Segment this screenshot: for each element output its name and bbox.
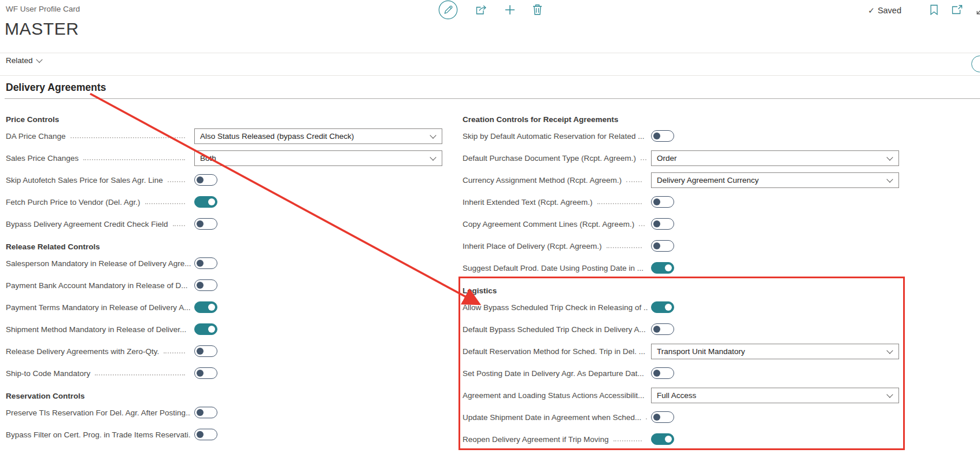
field-row: Copy Agreement Comment Lines (Rcpt. Agre… — [463, 213, 897, 235]
field-label: Default Reservation Method for Sched. Tr… — [463, 347, 645, 356]
field-row: Currency Assignment Method (Rcpt. Agreem… — [463, 169, 897, 191]
share-button[interactable] — [475, 4, 487, 17]
dotted-leader — [173, 225, 185, 226]
toggle-fetch-purch-price-to-vendor-del-agr[interactable] — [194, 196, 217, 208]
help-circle-icon-partial[interactable] — [971, 56, 980, 72]
group-header-logistics: Logistics — [463, 279, 897, 296]
field-label: Update Shipment Date in Agreement when S… — [463, 413, 641, 422]
group-header-release-related-controls: Release Related Controls — [6, 235, 442, 252]
toggle-set-posting-date-in-delivery-agr-as-departure-dat[interactable] — [651, 367, 674, 379]
field-label: Suggest Default Prod. Date Using Posting… — [463, 264, 644, 272]
dotted-leader — [168, 181, 185, 182]
toggle-payment-bank-account-mandatory-in-release-of-d[interactable] — [194, 279, 217, 291]
toggle-skip-by-default-automatic-reservation-for-related[interactable] — [651, 130, 674, 142]
field-label: Payment Terms Mandatory in Release of De… — [6, 303, 190, 312]
select-da-price-change[interactable]: Also Status Released (bypass Credit Chec… — [194, 128, 442, 144]
select-currency-assignment-method-rcpt-agreem[interactable]: Delivery Agreement Currency — [651, 172, 899, 188]
delete-button[interactable] — [532, 4, 542, 17]
field-label: Inherit Place of Delivery (Rcpt. Agreem.… — [463, 242, 602, 251]
field-row: Ship-to Code Mandatory — [6, 362, 442, 384]
field-row: Release Delivery Agreements with Zero-Qt… — [6, 340, 442, 362]
check-icon: ✓ — [868, 6, 875, 15]
dotted-leader — [613, 440, 642, 441]
dotted-leader — [641, 159, 646, 160]
toggle-allow-bypass-scheduled-trip-check-in-releasing-of[interactable] — [651, 301, 674, 313]
page-title: MASTER — [5, 19, 79, 39]
toggle-default-bypass-scheduled-trip-check-in-delivery-a[interactable] — [651, 323, 674, 335]
toggle-knob — [653, 414, 660, 421]
field-label: Fetch Purch Price to Vendor (Del. Agr.) — [6, 198, 140, 207]
group-header-price-controls: Price Controls — [6, 108, 442, 125]
field-row: Payment Bank Account Mandatory in Releas… — [6, 274, 442, 296]
toggle-knob — [653, 220, 660, 227]
toggle-bypass-delivery-agreement-credit-check-field[interactable] — [194, 218, 217, 230]
field-labelwrap: Bypass Filter on Cert. Prog. in Trade It… — [6, 430, 191, 439]
select-sales-price-changes[interactable]: Both — [194, 150, 442, 166]
field-labelwrap: Skip Autofetch Sales Price for Sales Agr… — [6, 176, 191, 185]
bookmark-button[interactable] — [930, 5, 938, 17]
field-label: DA Price Change — [6, 132, 66, 141]
select-agreement-and-loading-status-actions-accessibilit[interactable]: Full Access — [651, 388, 899, 403]
share-icon — [475, 4, 487, 17]
field-label: Preserve TIs Reservation For Del. Agr. A… — [6, 408, 191, 417]
chevron-down-icon — [430, 154, 436, 160]
toggle-payment-terms-mandatory-in-release-of-delivery-a[interactable] — [194, 301, 217, 313]
toggle-knob — [208, 326, 215, 333]
field-row: Bypass Filter on Cert. Prog. in Trade It… — [6, 423, 442, 445]
field-row: Set Posting Date in Delivery Agr. As Dep… — [463, 362, 897, 384]
toggle-preserve-tis-reservation-for-del-agr-after-posting[interactable] — [194, 407, 217, 418]
open-new-window-button[interactable] — [952, 5, 963, 16]
toggle-inherit-extended-text-rcpt-agreem[interactable] — [651, 196, 674, 208]
toggle-update-shipment-date-in-agreement-when-sched[interactable] — [651, 411, 674, 423]
select-default-reservation-method-for-sched-trip-in-del[interactable]: Transport Unit Mandatory — [651, 344, 899, 359]
breadcrumb[interactable]: WF User Profile Card — [6, 5, 80, 13]
dotted-leader — [626, 181, 642, 182]
field-label: Skip by Default Automatic Reservation fo… — [463, 132, 644, 141]
select-default-purchase-document-type-rcpt-agreem[interactable]: Order — [651, 150, 899, 166]
add-button[interactable] — [505, 5, 515, 17]
section-title-delivery-agreements[interactable]: Delivery Agreements — [6, 82, 106, 94]
toggle-bypass-filter-on-cert-prog-in-trade-items-reservati[interactable] — [194, 429, 217, 440]
toggle-ship-to-code-mandatory[interactable] — [194, 367, 217, 379]
field-label: Reopen Delivery Agreement if Trip Moving — [463, 435, 609, 444]
chevron-down-icon — [886, 154, 893, 160]
field-labelwrap: Salesperson Mandatory in Release of Deli… — [6, 259, 191, 268]
field-row: Skip by Default Automatic Reservation fo… — [463, 125, 897, 147]
toggle-shipment-method-mandatory-in-release-of-deliver[interactable] — [194, 323, 217, 335]
edit-button[interactable] — [438, 0, 458, 21]
toggle-knob — [197, 370, 204, 377]
toggle-copy-agreement-comment-lines-rcpt-agreem[interactable] — [651, 218, 674, 230]
select-value: Transport Unit Mandatory — [657, 347, 887, 356]
field-label: Set Posting Date in Delivery Agr. As Dep… — [463, 369, 644, 378]
field-row: Reopen Delivery Agreement if Trip Moving — [463, 428, 897, 450]
toggle-skip-autofetch-sales-price-for-sales-agr-line[interactable] — [194, 174, 217, 186]
field-labelwrap: Allow Bypass Scheduled Trip Check in Rel… — [463, 303, 648, 312]
expand-button[interactable] — [977, 5, 980, 16]
field-labelwrap: Preserve TIs Reservation For Del. Agr. A… — [6, 408, 191, 417]
field-labelwrap: Inherit Place of Delivery (Rcpt. Agreem.… — [463, 242, 648, 251]
group-header-creation-controls-for-receipt-agreements: Creation Controls for Receipt Agreements — [463, 108, 897, 125]
toggle-suggest-default-prod-date-using-posting-date-in[interactable] — [651, 262, 674, 274]
field-label: Default Purchase Document Type (Rcpt. Ag… — [463, 154, 636, 163]
toggle-salesperson-mandatory-in-release-of-delivery-agre[interactable] — [194, 257, 217, 269]
field-label: Bypass Delivery Agreement Credit Check F… — [6, 220, 168, 229]
edit-icon — [438, 0, 458, 21]
field-labelwrap: Payment Terms Mandatory in Release of De… — [6, 303, 191, 312]
toggle-knob — [653, 370, 660, 377]
action-toolbar — [438, 0, 542, 21]
field-labelwrap: Release Delivery Agreements with Zero-Qt… — [6, 347, 191, 356]
toggle-knob — [665, 264, 672, 271]
toggle-knob — [197, 409, 204, 416]
toggle-reopen-delivery-agreement-if-trip-moving[interactable] — [651, 433, 674, 445]
field-labelwrap: Set Posting Date in Delivery Agr. As Dep… — [463, 369, 648, 378]
dotted-leader — [646, 418, 648, 419]
chevron-down-icon — [886, 176, 893, 182]
field-label: Ship-to Code Mandatory — [6, 369, 90, 378]
field-label: Salesperson Mandatory in Release of Deli… — [6, 259, 191, 268]
chevron-down-icon — [36, 56, 42, 62]
toggle-inherit-place-of-delivery-rcpt-agreem[interactable] — [651, 240, 674, 252]
toggle-release-delivery-agreements-with-zero-qty[interactable] — [194, 345, 217, 357]
add-icon — [505, 5, 515, 17]
related-menu[interactable]: Related — [6, 56, 42, 65]
field-labelwrap: Default Reservation Method for Sched. Tr… — [463, 347, 648, 356]
